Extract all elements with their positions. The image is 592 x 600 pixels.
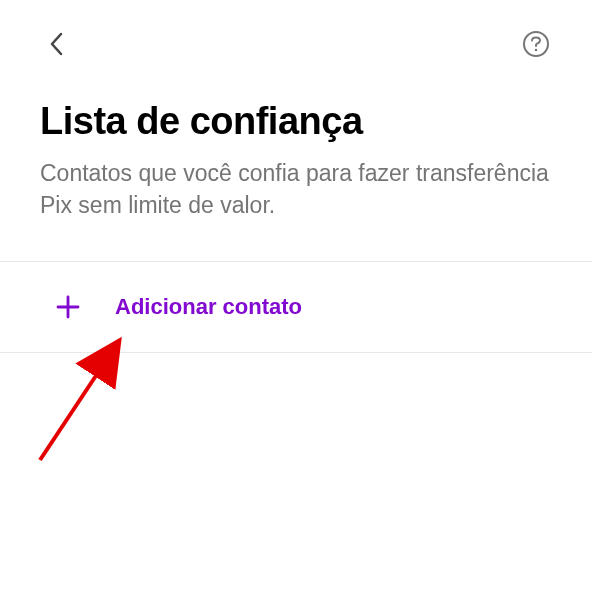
content-header: Lista de confiança Contatos que você con…	[0, 70, 592, 261]
plus-icon	[55, 294, 81, 320]
add-contact-label: Adicionar contato	[115, 294, 302, 320]
add-contact-button[interactable]: Adicionar contato	[0, 262, 592, 352]
back-button[interactable]	[40, 28, 72, 60]
svg-line-3	[40, 350, 113, 460]
help-icon	[522, 30, 550, 58]
annotation-arrow-icon	[25, 335, 155, 475]
divider	[0, 352, 592, 353]
help-button[interactable]	[520, 28, 552, 60]
chevron-left-icon	[47, 30, 65, 58]
header-bar	[0, 0, 592, 70]
page-title: Lista de confiança	[40, 100, 552, 143]
svg-point-1	[535, 49, 538, 52]
page-subtitle: Contatos que você confia para fazer tran…	[40, 157, 552, 221]
